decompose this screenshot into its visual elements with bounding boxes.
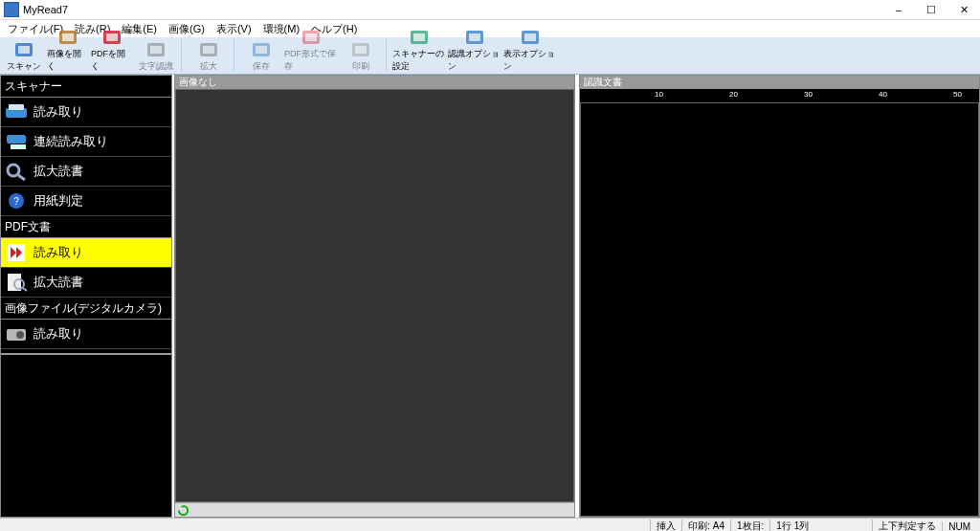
panes-container: 画像なし 認識文書 1020304050	[172, 75, 980, 518]
menu-item[interactable]: 編集(E)	[116, 20, 163, 38]
sidebar-group-header: PDF文書	[1, 216, 171, 238]
sidebar-item-label: 連続読み取り	[33, 133, 108, 150]
toolbar-label: PDFを開く	[91, 48, 133, 73]
ruler-mark: 30	[804, 90, 813, 99]
close-button[interactable]: ✕	[947, 0, 980, 19]
refresh-icon[interactable]	[178, 505, 189, 516]
ruler: 1020304050	[580, 89, 979, 102]
sidebar-item[interactable]: ?用紙判定	[1, 187, 171, 216]
magnify-icon	[5, 161, 28, 182]
toolbar-ocr-button: 文字認識	[135, 38, 177, 74]
sidebar-item[interactable]: 読み取り	[1, 238, 171, 268]
camera-icon	[5, 323, 28, 344]
zoom-icon	[198, 40, 219, 59]
svg-rect-9	[203, 46, 214, 54]
toolbar-separator	[234, 39, 238, 72]
app-icon	[4, 2, 19, 17]
scanset-icon	[409, 28, 430, 47]
ruler-mark: 10	[655, 90, 663, 99]
document-pane-header: 認識文書	[580, 76, 979, 89]
svg-rect-7	[150, 46, 162, 54]
sidebar-item-label: 読み取り	[33, 244, 83, 261]
image-pane: 画像なし	[174, 75, 575, 518]
menu-item[interactable]: 画像(G)	[163, 20, 211, 38]
minimize-button[interactable]: –	[882, 0, 915, 19]
pdf-icon	[101, 28, 122, 47]
document-pane: 認識文書 1020304050	[579, 75, 980, 518]
status-cell: 挿入	[650, 520, 681, 531]
save-icon	[251, 40, 272, 59]
svg-rect-21	[524, 33, 536, 41]
document-pane-body[interactable]	[580, 102, 979, 517]
toolbar-label: 表示オプション	[503, 48, 557, 73]
svg-rect-15	[355, 46, 367, 54]
paper-icon: ?	[5, 190, 28, 211]
toolbar-dispopt-button[interactable]: 表示オプション	[503, 38, 557, 74]
title-bar: MyRead7 – ☐ ✕	[0, 0, 980, 20]
maximize-button[interactable]: ☐	[915, 0, 947, 19]
svg-rect-3	[62, 33, 74, 41]
sidebar-item-label: 用紙判定	[33, 192, 83, 210]
scanner-multi-icon	[5, 131, 28, 152]
sidebar-item[interactable]: 読み取り	[1, 98, 171, 127]
image-pane-body[interactable]	[175, 89, 574, 502]
sidebar-item-label: 読み取り	[33, 325, 83, 343]
main-area: スキャナー読み取り連続読み取り拡大読書?用紙判定PDF文書読み取り拡大読書画像フ…	[0, 75, 980, 518]
sidebar-group-header: 画像ファイル(デジタルカメラ)	[1, 298, 171, 320]
menu-item[interactable]: 表示(V)	[211, 20, 257, 38]
svg-rect-11	[256, 46, 267, 54]
menu-item[interactable]: 環境(M)	[257, 20, 306, 38]
sidebar-group-header: スキャナー	[1, 76, 171, 98]
window-buttons: – ☐ ✕	[882, 0, 980, 19]
print-icon	[350, 40, 371, 59]
scan-icon	[13, 40, 34, 59]
pdf-icon	[5, 242, 28, 263]
ruler-mark: 20	[729, 90, 738, 99]
status-bar: 挿入印刷: A41枚目:1行 1列上下判定するNUM	[0, 518, 980, 531]
image-pane-status	[175, 502, 574, 517]
svg-text:?: ?	[13, 196, 19, 207]
toolbar-scanset-button[interactable]: スキャナーの設定	[392, 38, 446, 74]
status-cell: 1枚目:	[730, 520, 769, 531]
ruler-mark: 50	[953, 90, 962, 99]
status-cell: 1行 1列	[769, 520, 814, 531]
toolbar-opt-button[interactable]: 認識オプション	[448, 38, 501, 74]
sidebar-preview	[1, 353, 171, 517]
sidebar-item[interactable]: 拡大読書	[1, 268, 171, 298]
sidebar-item-label: 拡大読書	[33, 274, 83, 291]
image-pane-header: 画像なし	[175, 76, 574, 89]
opt-icon	[464, 28, 485, 47]
svg-rect-17	[413, 33, 425, 41]
ocr-icon	[145, 40, 167, 59]
svg-point-27	[8, 165, 19, 176]
toolbar-label: スキャナーの設定	[392, 48, 446, 73]
toolbar-separator	[181, 39, 186, 72]
toolbar-label: スキャン	[7, 60, 41, 73]
svg-rect-5	[106, 33, 118, 41]
dispopt-icon	[520, 28, 541, 47]
toolbar-label: 保存	[253, 60, 270, 73]
toolbar-label: 画像を開く	[47, 48, 89, 73]
toolbar-label: 認識オプション	[448, 48, 501, 73]
toolbar-pdf-button[interactable]: PDFを開く	[91, 38, 133, 74]
sidebar-item[interactable]: 読み取り	[1, 320, 171, 349]
toolbar-pdfsave-button: PDF形式で保存	[284, 38, 338, 74]
svg-rect-23	[9, 104, 24, 110]
open-icon	[57, 28, 78, 47]
svg-rect-13	[305, 33, 317, 41]
svg-rect-19	[469, 33, 480, 41]
svg-marker-39	[181, 505, 184, 508]
sidebar-item[interactable]: 拡大読書	[1, 157, 171, 187]
svg-rect-25	[11, 144, 18, 149]
ruler-mark: 40	[879, 90, 887, 99]
toolbar-open-button[interactable]: 画像を開く	[47, 38, 89, 74]
sidebar: スキャナー読み取り連続読み取り拡大読書?用紙判定PDF文書読み取り拡大読書画像フ…	[0, 75, 172, 518]
status-cell: 印刷: A4	[681, 520, 730, 531]
svg-line-28	[18, 175, 25, 180]
svg-point-36	[16, 331, 24, 339]
toolbar-scan-button[interactable]: スキャン	[3, 38, 45, 74]
svg-rect-24	[7, 135, 26, 144]
sidebar-item[interactable]: 連続読み取り	[1, 127, 171, 157]
menu-bar: ファイル(F)読み(R)編集(E)画像(G)表示(V)環境(M)ヘルプ(H)	[0, 20, 980, 37]
toolbar-label: 印刷	[352, 60, 369, 73]
